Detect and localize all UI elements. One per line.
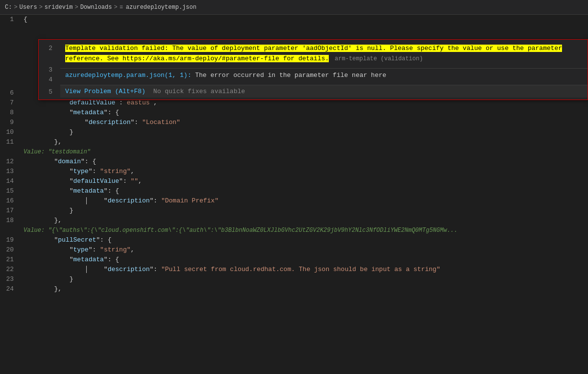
breadcrumb-sep4: > bbox=[114, 4, 117, 11]
view-problem-btn[interactable]: View Problem (Alt+F8) bbox=[65, 88, 146, 95]
value-hint-11: 11 Value: "testdomain" bbox=[0, 147, 588, 157]
line-content-14: "defaultValue": "", bbox=[22, 176, 588, 186]
code-line-23: 23 } bbox=[0, 274, 588, 284]
editor: 1 { 2 3 bbox=[0, 15, 588, 374]
code-line: 1 { bbox=[0, 15, 588, 25]
code-line-10: 10 } bbox=[0, 127, 588, 137]
code-line-17: 17 } bbox=[0, 206, 588, 216]
line-number-21: 21 bbox=[0, 255, 22, 265]
breadcrumb-sep2: > bbox=[39, 4, 43, 11]
code-line-14: 14 "defaultValue": "", bbox=[0, 176, 588, 186]
value-hint-18: 18 Value: "{\"auths\":{\"cloud.openshift… bbox=[0, 225, 588, 235]
line-content-16: │ "description": "Domain Prefix" bbox=[22, 196, 588, 206]
breadcrumb-file-icon: ≡ bbox=[120, 4, 123, 11]
breadcrumb-drive: C: bbox=[5, 4, 12, 11]
error-popup: 2 3 4 Template validation failed: Th bbox=[38, 39, 588, 100]
line-number-16: 16 bbox=[0, 196, 22, 206]
breadcrumb-sep1: > bbox=[14, 4, 17, 11]
breadcrumb-file: azuredeploytemp.json bbox=[126, 4, 196, 11]
line-number-11: 11 bbox=[0, 137, 22, 147]
line-content-13: "type": "string", bbox=[22, 167, 588, 176]
code-line-18: 18 }, bbox=[0, 216, 588, 225]
line-content-9: "description": "Location" bbox=[22, 118, 588, 127]
code-line-15: 15 "metadata": { bbox=[0, 186, 588, 196]
code-line-24: 24 }, bbox=[0, 284, 588, 294]
line-content-20: "type": "string", bbox=[22, 245, 588, 255]
line-number-7: 7 bbox=[0, 98, 22, 108]
line-number-5: 5 bbox=[39, 87, 60, 97]
line-content-21: "metadata": { bbox=[22, 255, 588, 265]
line-number-3: 3 bbox=[39, 65, 60, 75]
breadcrumb-users[interactable]: Users bbox=[20, 4, 37, 11]
line-number-23: 23 bbox=[0, 274, 22, 284]
line-content-24: }, bbox=[22, 284, 588, 294]
line-number-hint11: 11 bbox=[0, 147, 22, 157]
line-content-18: }, bbox=[22, 216, 588, 225]
line-number-18: 18 bbox=[0, 216, 22, 225]
line-number-2: 2 bbox=[39, 44, 60, 53]
no-fixes-text: No quick fixes available bbox=[153, 88, 245, 95]
line-number-9: 9 bbox=[0, 118, 22, 127]
line-content-10: } bbox=[22, 127, 588, 137]
line-number-19: 19 bbox=[0, 235, 22, 245]
code-line-11: 11 }, bbox=[0, 137, 588, 147]
breadcrumb-folder[interactable]: Downloads bbox=[80, 4, 112, 11]
code-line-22: 22 │ "description": "Pull secret from cl… bbox=[0, 265, 588, 274]
line-content-12: "domain": { bbox=[22, 157, 588, 167]
code-line-19: 19 "pullSecret": { bbox=[0, 235, 588, 245]
error-message-area: Template validation failed: The value of… bbox=[60, 40, 588, 68]
code-line-8: 8 "metadata": { bbox=[0, 108, 588, 118]
code-area: 1 { 2 3 bbox=[0, 15, 588, 374]
line-content-8: "metadata": { bbox=[22, 108, 588, 118]
line-number-17: 17 bbox=[0, 206, 22, 216]
error-detail-text: The error occurred in the parameter file… bbox=[191, 72, 386, 79]
breadcrumb-user[interactable]: sridevim bbox=[45, 4, 73, 11]
error-tag: arm-template (validation) bbox=[335, 55, 423, 62]
line-number-hint18: 18 bbox=[0, 225, 22, 235]
code-line-13: 13 "type": "string", bbox=[0, 167, 588, 176]
value-hint-text-11: Value: "testdomain" bbox=[22, 147, 588, 157]
breadcrumb-sep3: > bbox=[74, 4, 78, 11]
line-content-22: │ "description": "Pull secret from cloud… bbox=[22, 265, 588, 274]
breadcrumb: C: > Users > sridevim > Downloads > ≡ az… bbox=[0, 0, 588, 15]
line-number-20: 20 bbox=[0, 245, 22, 255]
error-highlighted-text: Template validation failed: The value of… bbox=[65, 45, 562, 62]
error-actions: View Problem (Alt+F8) No quick fixes ava… bbox=[60, 85, 588, 98]
line-number-15: 15 bbox=[0, 186, 22, 196]
line-content-15: "metadata": { bbox=[22, 186, 588, 196]
line-number-12: 12 bbox=[0, 157, 22, 167]
line-number-13: 13 bbox=[0, 167, 22, 176]
code-line-12: 12 "domain": { bbox=[0, 157, 588, 167]
error-detail: azuredeploytemp.param.json(1, 1): The er… bbox=[60, 68, 588, 82]
code-line-21: 21 "metadata": { bbox=[0, 255, 588, 265]
code-line-9: 9 "description": "Location" bbox=[0, 118, 588, 127]
code-line-20: 20 "type": "string", bbox=[0, 245, 588, 255]
code-line-16: 16 │ "description": "Domain Prefix" bbox=[0, 196, 588, 206]
line-number-22: 22 bbox=[0, 265, 22, 274]
line-number-24: 24 bbox=[0, 284, 22, 294]
line-number-8: 8 bbox=[0, 108, 22, 118]
line-content: { bbox=[22, 15, 588, 25]
value-hint-text-18: Value: "{\"auths\":{\"cloud.openshift.co… bbox=[22, 225, 588, 235]
line-number-6: 6 bbox=[0, 88, 22, 98]
line-content-11: }, bbox=[22, 137, 588, 147]
line-number-14: 14 bbox=[0, 176, 22, 186]
line-number-10: 10 bbox=[0, 127, 22, 137]
line-content-23: } bbox=[22, 274, 588, 284]
line-content-19: "pullSecret": { bbox=[22, 235, 588, 245]
line-content-17: } bbox=[22, 206, 588, 216]
error-detail-link[interactable]: azuredeploytemp.param.json(1, 1): bbox=[65, 72, 191, 79]
line-number: 1 bbox=[0, 15, 22, 25]
line-number-4: 4 bbox=[39, 75, 60, 85]
